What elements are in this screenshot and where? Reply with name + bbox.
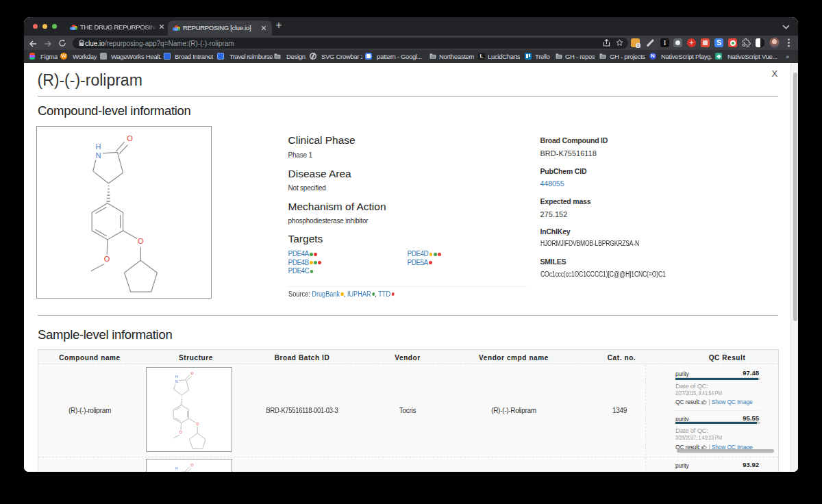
svg-text:O: O [127,134,133,142]
svg-text:O: O [103,255,110,263]
svg-text:N: N [95,151,101,160]
svg-text:O: O [138,237,144,245]
svg-text:H: H [95,142,101,151]
